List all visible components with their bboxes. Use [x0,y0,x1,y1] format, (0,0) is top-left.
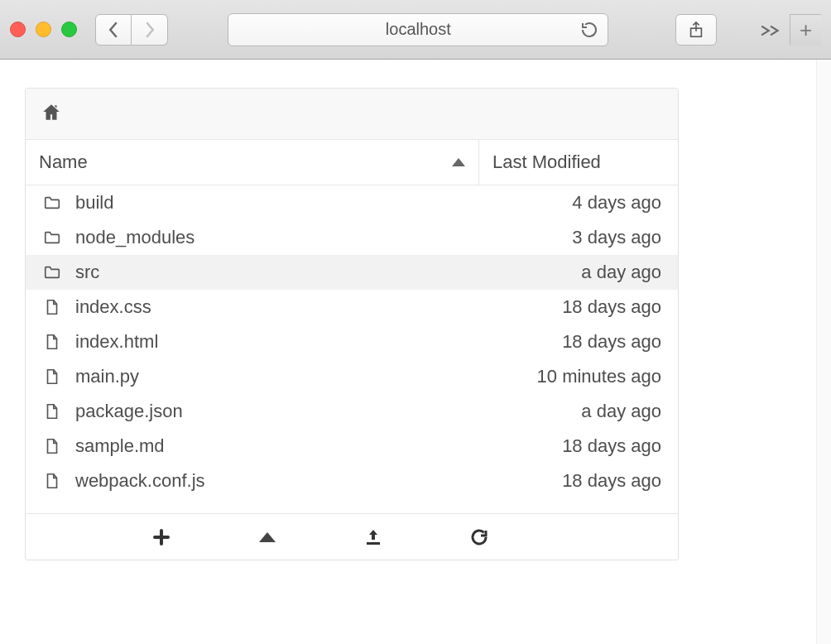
file-modified: 10 minutes ago [484,366,665,387]
file-row[interactable]: main.py10 minutes ago [26,359,678,394]
file-name: index.css [75,296,484,318]
file-row[interactable]: node_modules3 days ago [26,220,678,255]
reload-icon [579,20,599,40]
file-modified: 18 days ago [484,435,665,457]
file-modified: a day ago [484,401,665,422]
nav-buttons [95,14,168,46]
share-icon [687,21,705,39]
window-minimize-button[interactable] [36,22,51,37]
file-row[interactable]: index.css18 days ago [26,290,678,324]
file-name: sample.md [75,435,484,457]
folder-icon [41,263,64,281]
breadcrumb-bar [26,89,678,140]
sort-ascending-icon [452,158,465,166]
window-close-button[interactable] [10,22,26,37]
column-header-name[interactable]: Name [26,140,479,185]
address-bar[interactable]: localhost [228,13,608,46]
file-row[interactable]: srca day ago [26,255,678,290]
share-button[interactable] [675,14,717,46]
file-name: src [75,262,484,283]
folder-icon [41,228,64,247]
file-name: main.py [75,366,484,387]
chevrons-right-icon [760,25,781,36]
svg-rect-1 [367,542,380,545]
vertical-scrollbar[interactable] [816,60,831,644]
bottom-toolbar [26,513,678,560]
nav-forward-button[interactable] [132,14,168,46]
file-modified: a day ago [484,262,665,283]
reload-button[interactable] [579,20,599,40]
folder-icon [41,194,64,212]
chevron-left-icon [108,22,119,38]
table-header: Name Last Modified [26,140,678,185]
browser-chrome: localhost + [0,0,831,60]
nav-back-button[interactable] [95,14,132,46]
file-name: webpack.conf.js [75,470,484,492]
file-row[interactable]: index.html18 days ago [26,324,678,359]
file-modified: 18 days ago [484,470,665,492]
file-icon [41,368,64,386]
file-icon [41,402,64,421]
file-modified: 18 days ago [484,296,665,318]
file-icon [41,298,64,316]
new-tab-button[interactable]: + [790,14,821,46]
upload-button[interactable] [362,526,385,549]
file-row[interactable]: build4 days ago [26,185,678,220]
column-header-name-label: Name [39,151,88,173]
refresh-button[interactable] [468,526,491,549]
file-row[interactable]: sample.md18 days ago [26,429,678,464]
file-modified: 18 days ago [484,331,665,353]
chevron-right-icon [144,22,156,38]
move-up-button[interactable] [256,526,279,549]
refresh-icon [469,527,489,547]
file-list: build4 days agonode_modules3 days agosrc… [26,185,678,498]
file-modified: 3 days ago [484,227,665,248]
file-name: index.html [75,331,484,353]
upload-icon [363,527,383,547]
new-button[interactable] [150,526,173,549]
column-header-modified[interactable]: Last Modified [479,140,678,185]
page-content: Name Last Modified build4 days agonode_m… [0,60,816,644]
window-maximize-button[interactable] [61,22,77,37]
file-modified: 4 days ago [484,192,665,214]
plus-icon [151,527,171,547]
tabs-overflow-button[interactable] [760,17,785,42]
home-icon[interactable] [41,102,62,127]
window-controls [10,22,77,37]
plus-icon: + [800,17,812,43]
caret-up-icon [259,532,276,542]
file-name: build [75,192,484,214]
file-icon [41,437,64,455]
column-header-modified-label: Last Modified [492,151,601,172]
file-row[interactable]: webpack.conf.js18 days ago [26,464,678,498]
file-name: package.json [75,401,484,422]
file-name: node_modules [75,227,484,248]
address-text: localhost [386,20,451,39]
file-icon [41,472,64,490]
file-browser-panel: Name Last Modified build4 days agonode_m… [25,88,679,560]
file-row[interactable]: package.jsona day ago [26,394,678,429]
viewport: Name Last Modified build4 days agonode_m… [0,60,831,644]
file-icon [41,333,64,351]
